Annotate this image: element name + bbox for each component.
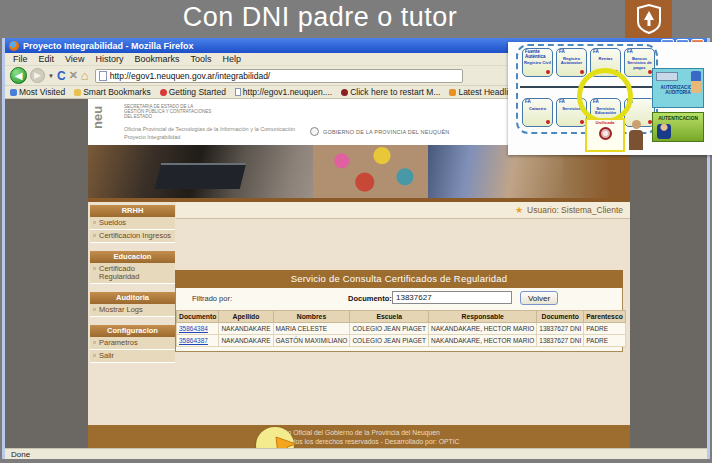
user-bar: ★ Usuario: Sistema_Cliente [176, 202, 630, 219]
sidebar-item-sueldos[interactable]: Sueldos [90, 217, 175, 230]
document-label: Documento: [348, 294, 392, 303]
bookmark-egov[interactable]: http://egov1.neuquen.... [235, 87, 332, 97]
cell-parentesco: PADRE [584, 323, 626, 335]
menu-edit[interactable]: Edit [39, 54, 55, 64]
panel-title: Servicio de Consulta Certificados de Reg… [175, 270, 623, 288]
cell-escuela: COLEGIO JEAN PIAGET [350, 323, 429, 335]
bookmark-smart-bookmarks[interactable]: Smart Bookmarks [74, 87, 151, 97]
org-secretary-text: SECRETARIA DE ESTADO DE LA GESTIÓN PÚBLI… [124, 104, 214, 119]
slide-logo [625, 0, 672, 38]
government-seal-icon [310, 127, 319, 136]
sidebar-item-certificado-regularidad[interactable]: Certificado Regularidad [90, 263, 175, 284]
home-icon[interactable]: ⌂ [81, 68, 89, 83]
sidebar-header-educacion: Educacion [90, 251, 175, 263]
status-bar: Done [5, 448, 707, 459]
footer-line2: ©2008 - Todos los derechos reservados - … [88, 437, 630, 446]
footer-line1: Sitio Oficial del Gobierno de la Provinc… [88, 428, 630, 437]
reload-icon[interactable]: C [57, 69, 66, 83]
fa-box-registro-automotor: FA Registro Automotor [556, 48, 587, 77]
cell-apellido: NAKANDAKARE [219, 323, 273, 335]
table-header-row: Documento Apellido Nombres Escuela Respo… [177, 311, 626, 323]
highlight-ring-educacion [577, 68, 633, 124]
cell-responsable: NAKANDAKARE, HECTOR MARIO [429, 323, 537, 335]
back-icon[interactable]: ◀ [10, 67, 27, 84]
org-office-text: Oficina Provincial de Tecnologías de la … [124, 126, 295, 132]
restart-icon [341, 89, 348, 96]
col-parentesco: Parentesco [584, 311, 626, 323]
menu-history[interactable]: History [95, 54, 123, 64]
fa-box-catastro: FA Catastro [522, 98, 553, 127]
autenticacion-box: AUTENTICACION [652, 112, 704, 142]
laptop-shape [155, 163, 246, 189]
people-icon [691, 71, 701, 93]
sidebar-item-parametros[interactable]: Parametros [90, 337, 175, 350]
panel-body: Filtrado por: Documento: Volver Document… [175, 288, 623, 352]
sidebar-item-certificacion-ingresos[interactable]: Certificacion Ingresos [90, 230, 175, 243]
document-input[interactable] [392, 291, 512, 304]
cell-doc-resp: 13837627 DNI [537, 323, 584, 335]
government-label: GOBIERNO DE LA PROVINCIA DEL NEUQUÉN [323, 129, 450, 135]
col-nombres: Nombres [273, 311, 350, 323]
government-block: GOBIERNO DE LA PROVINCIA DEL NEUQUÉN [310, 127, 450, 136]
results-panel: Servicio de Consulta Certificados de Reg… [175, 270, 623, 352]
menu-tools[interactable]: Tools [190, 54, 211, 64]
folder-icon [74, 89, 81, 96]
sidebar-header-auditoria: Auditoria [90, 292, 175, 304]
status-dot-icon [546, 120, 550, 124]
menu-help[interactable]: Help [222, 54, 241, 64]
banner-laptop-photo [88, 145, 313, 198]
col-documento-resp: Documento [537, 311, 584, 323]
autorizacion-auditoria-box: AUTORIZACION AUDITORIA [652, 68, 704, 108]
cell-nombres: GASTÓN MAXIMILIANO [273, 335, 350, 347]
documento-link[interactable]: 35864384 [179, 325, 208, 332]
sidebar-item-mostrar-logs[interactable]: Mostrar Logs [90, 304, 175, 317]
firefox-icon [9, 41, 19, 51]
cell-doc-resp: 13837627 DNI [537, 335, 584, 347]
slide-title: Con DNI padre o tutor [0, 2, 640, 33]
favicon-page-icon [99, 71, 107, 81]
results-table: Documento Apellido Nombres Escuela Respo… [176, 310, 626, 347]
sidebar-header-rrhh: RRHH [90, 205, 175, 217]
bookmark-getting-started[interactable]: Getting Started [160, 87, 226, 97]
cell-parentesco: PADRE [584, 335, 626, 347]
documento-link[interactable]: 35864387 [179, 337, 208, 344]
menu-file[interactable]: File [13, 54, 28, 64]
cell-responsable: NAKANDAKARE, HECTOR MARIO [429, 335, 537, 347]
table-row: 35864387 NAKANDAKARE GASTÓN MAXIMILIANO … [177, 335, 626, 347]
org-project-text: Proyecto Integrabilidad [124, 134, 180, 140]
status-dot-icon [580, 120, 584, 124]
neu-logo: neu [90, 111, 124, 129]
menu-bookmarks[interactable]: Bookmarks [134, 54, 179, 64]
url-bar[interactable]: http://egov1.neuquen.gov.ar/integrabilid… [95, 69, 463, 83]
col-documento: Documento [177, 311, 219, 323]
sidebar-header-configuracion: Configuracion [90, 325, 175, 337]
page-icon [235, 88, 241, 96]
cell-apellido: NAKANDAKARE [219, 335, 273, 347]
bookmark-most-visited[interactable]: Most Visited [10, 87, 65, 97]
status-text: Done [11, 450, 30, 459]
getting-started-icon [160, 89, 167, 96]
history-dropdown-icon[interactable]: ▼ [48, 73, 54, 79]
sidebar: RRHH Sueldos Certificacion Ingresos Educ… [90, 205, 175, 363]
volver-button[interactable]: Volver [520, 291, 558, 305]
user-label: Usuario: Sistema_Cliente [527, 205, 623, 215]
cell-nombres: MARIA CELESTE [273, 323, 350, 335]
filter-label: Filtrado por: [192, 294, 232, 303]
url-text[interactable]: http://egov1.neuquen.gov.ar/integrabilid… [110, 71, 271, 81]
table-row: 35864384 NAKANDAKARE MARIA CELESTE COLEG… [177, 323, 626, 335]
person-icon [657, 124, 671, 139]
sidebar-item-salir[interactable]: Salir [90, 350, 175, 363]
menu-view[interactable]: View [65, 54, 84, 64]
bookmark-restart[interactable]: Click here to restart M... [341, 87, 440, 97]
cell-escuela: COLEGIO JEAN PIAGET [350, 335, 429, 347]
site-footer: Sitio Oficial del Gobierno de la Provinc… [88, 425, 630, 448]
most-visited-icon [10, 89, 17, 96]
status-dot-icon [580, 70, 584, 74]
col-escuela: Escuela [350, 311, 429, 323]
status-dot-icon [546, 70, 550, 74]
stop-icon[interactable]: ✕ [69, 69, 78, 82]
col-apellido: Apellido [219, 311, 273, 323]
base-unificada-box: Unificada [585, 118, 625, 152]
rss-icon [449, 89, 456, 96]
forward-icon[interactable]: ▶ [30, 68, 45, 83]
